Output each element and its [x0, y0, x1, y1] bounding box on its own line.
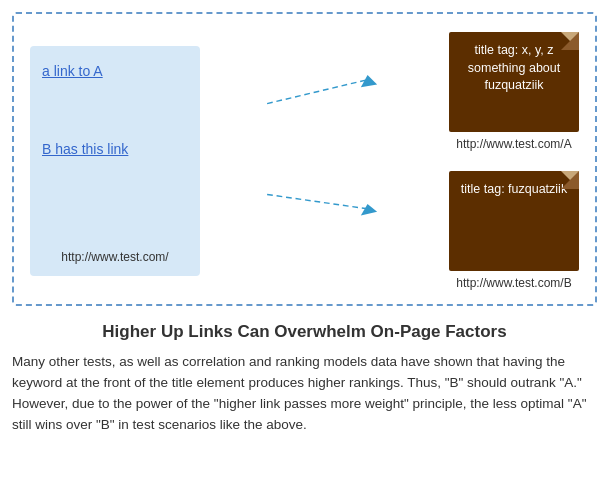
link-item-a: a link to A: [42, 62, 188, 80]
doc-block-a: title tag: x, y, z something about fuzqu…: [449, 32, 579, 132]
text-section: Higher Up Links Can Overwhelm On-Page Fa…: [12, 322, 597, 436]
target-page-a: title tag: x, y, z something about fuzqu…: [449, 32, 579, 151]
diagram: a link to A B has this link http://www.t…: [12, 12, 597, 306]
page-links: a link to A B has this link: [42, 62, 188, 238]
link-to-b[interactable]: B has this link: [42, 141, 128, 157]
target-a-url: http://www.test.com/A: [456, 137, 571, 151]
link-item-b: B has this link: [42, 140, 188, 158]
target-pages: title tag: x, y, z something about fuzqu…: [449, 32, 579, 290]
section-heading: Higher Up Links Can Overwhelm On-Page Fa…: [12, 322, 597, 342]
source-page: a link to A B has this link http://www.t…: [30, 46, 200, 276]
section-body: Many other tests, as well as correlation…: [12, 352, 597, 436]
target-page-b: title tag: fuzquatziik http://www.test.c…: [449, 171, 579, 290]
svg-line-0: [267, 80, 367, 104]
arrows-area: [200, 51, 449, 271]
source-url: http://www.test.com/: [42, 250, 188, 264]
doc-block-b: title tag: fuzquatziik: [449, 171, 579, 271]
svg-marker-3: [361, 204, 377, 215]
target-b-url: http://www.test.com/B: [456, 276, 571, 290]
link-to-a[interactable]: a link to A: [42, 63, 103, 79]
svg-line-2: [267, 194, 367, 208]
